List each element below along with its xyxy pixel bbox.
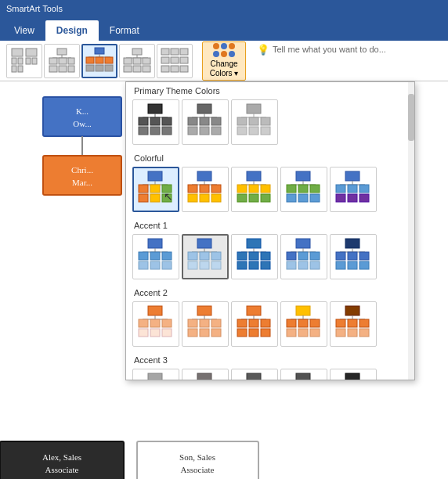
color-item-a1-1[interactable] bbox=[132, 234, 179, 279]
color-item-a2-3[interactable] bbox=[231, 301, 278, 347]
svg-rect-184 bbox=[197, 306, 211, 315]
svg-rect-101 bbox=[200, 194, 209, 202]
svg-rect-24 bbox=[96, 65, 103, 71]
change-colors-button[interactable]: ChangeColors ▾ bbox=[202, 41, 246, 81]
svg-rect-7 bbox=[32, 58, 37, 64]
svg-rect-160 bbox=[287, 252, 296, 260]
svg-rect-83 bbox=[249, 127, 258, 135]
svg-rect-15 bbox=[59, 66, 67, 72]
svg-rect-106 bbox=[237, 185, 247, 193]
svg-rect-133 bbox=[139, 252, 148, 260]
tell-me-bar[interactable]: 💡 Tell me what you want to do... bbox=[251, 41, 448, 58]
svg-rect-147 bbox=[211, 261, 221, 269]
color-item-a1-2[interactable] bbox=[182, 234, 229, 279]
color-item-a3-4[interactable] bbox=[280, 369, 327, 380]
color-item-pc3[interactable] bbox=[231, 99, 278, 145]
svg-rect-219 bbox=[359, 329, 369, 337]
color-item-col2[interactable] bbox=[182, 167, 229, 212]
svg-rect-129 bbox=[359, 194, 369, 202]
color-item-col4[interactable] bbox=[280, 167, 327, 212]
color-item-col1[interactable]: ↖ bbox=[132, 167, 179, 212]
svg-rect-153 bbox=[261, 252, 270, 260]
dropdown-scroll[interactable]: Primary Theme Colors bbox=[126, 82, 414, 380]
svg-rect-146 bbox=[200, 261, 209, 269]
color-item-a3-3[interactable] bbox=[231, 369, 278, 380]
svg-rect-8 bbox=[57, 49, 67, 55]
svg-text:Associate: Associate bbox=[181, 465, 215, 474]
svg-rect-200 bbox=[249, 329, 258, 337]
title-bar-label: SmartArt Tools bbox=[6, 4, 63, 13]
color-item-a2-1[interactable] bbox=[132, 301, 179, 347]
svg-rect-65 bbox=[150, 127, 160, 135]
svg-rect-134 bbox=[150, 252, 160, 260]
layout-btn-1[interactable] bbox=[6, 44, 42, 78]
svg-rect-130 bbox=[148, 239, 162, 248]
svg-rect-41 bbox=[161, 66, 169, 72]
svg-rect-125 bbox=[348, 185, 357, 193]
svg-rect-124 bbox=[336, 185, 345, 193]
tab-format[interactable]: Format bbox=[99, 20, 150, 41]
svg-rect-16 bbox=[68, 66, 74, 72]
color-item-a2-4[interactable] bbox=[280, 301, 327, 347]
section-primary-header: Primary Theme Colors bbox=[126, 82, 414, 98]
layout-btn-5[interactable] bbox=[157, 44, 193, 78]
svg-rect-108 bbox=[261, 185, 270, 193]
color-item-a3-2[interactable] bbox=[182, 369, 229, 380]
color-item-a2-5[interactable] bbox=[330, 301, 377, 347]
svg-rect-197 bbox=[249, 319, 258, 327]
svg-rect-63 bbox=[162, 117, 172, 125]
svg-rect-135 bbox=[162, 252, 172, 260]
svg-rect-99 bbox=[211, 185, 221, 193]
svg-rect-39 bbox=[171, 57, 179, 63]
tab-view[interactable]: View bbox=[3, 20, 45, 41]
svg-rect-119 bbox=[298, 194, 308, 202]
color-item-a1-3[interactable] bbox=[231, 234, 278, 279]
layout-btn-4[interactable] bbox=[119, 44, 155, 78]
svg-rect-198 bbox=[261, 319, 270, 327]
color-item-col5[interactable] bbox=[330, 167, 377, 212]
svg-rect-4 bbox=[18, 66, 23, 72]
scrollbar-track[interactable] bbox=[408, 82, 414, 380]
svg-rect-191 bbox=[200, 329, 209, 337]
svg-rect-155 bbox=[249, 261, 258, 269]
svg-rect-97 bbox=[188, 185, 197, 193]
svg-rect-172 bbox=[336, 261, 345, 269]
svg-rect-201 bbox=[261, 329, 270, 337]
accent2-grid bbox=[126, 300, 414, 351]
color-item-a2-2[interactable] bbox=[182, 301, 229, 347]
color-item-pc1[interactable] bbox=[132, 99, 179, 145]
svg-rect-116 bbox=[298, 185, 308, 193]
svg-rect-136 bbox=[139, 261, 148, 269]
svg-rect-115 bbox=[287, 185, 296, 193]
svg-rect-79 bbox=[237, 117, 247, 125]
svg-rect-190 bbox=[188, 329, 197, 337]
color-item-col3[interactable] bbox=[231, 167, 278, 212]
svg-rect-206 bbox=[298, 319, 308, 327]
section-accent3-header: Accent 3 bbox=[126, 351, 414, 367]
svg-rect-208 bbox=[287, 329, 296, 337]
svg-rect-217 bbox=[336, 329, 345, 337]
layout-btn-2[interactable] bbox=[44, 44, 80, 78]
layout-btn-3[interactable] bbox=[81, 44, 117, 78]
scrollbar-thumb[interactable] bbox=[408, 94, 414, 141]
svg-rect-142 bbox=[188, 252, 197, 260]
svg-rect-40 bbox=[180, 57, 188, 63]
color-item-a3-1[interactable] bbox=[132, 369, 179, 380]
color-item-a1-5[interactable] bbox=[330, 234, 377, 279]
svg-rect-30 bbox=[133, 58, 141, 64]
color-item-a1-4[interactable] bbox=[280, 234, 327, 279]
svg-rect-215 bbox=[348, 319, 357, 327]
svg-rect-14 bbox=[49, 66, 57, 72]
svg-rect-85 bbox=[148, 171, 162, 181]
svg-rect-17 bbox=[95, 48, 104, 54]
color-item-a3-5[interactable] bbox=[330, 369, 377, 380]
svg-rect-193 bbox=[247, 306, 261, 315]
svg-rect-214 bbox=[336, 319, 345, 327]
section-colorful-header: Colorful bbox=[126, 149, 414, 165]
svg-rect-48 bbox=[43, 156, 121, 195]
svg-rect-161 bbox=[298, 252, 308, 260]
svg-rect-205 bbox=[287, 319, 296, 327]
color-item-pc2[interactable] bbox=[182, 99, 229, 145]
svg-rect-171 bbox=[359, 252, 369, 260]
tab-design[interactable]: Design bbox=[45, 20, 99, 41]
